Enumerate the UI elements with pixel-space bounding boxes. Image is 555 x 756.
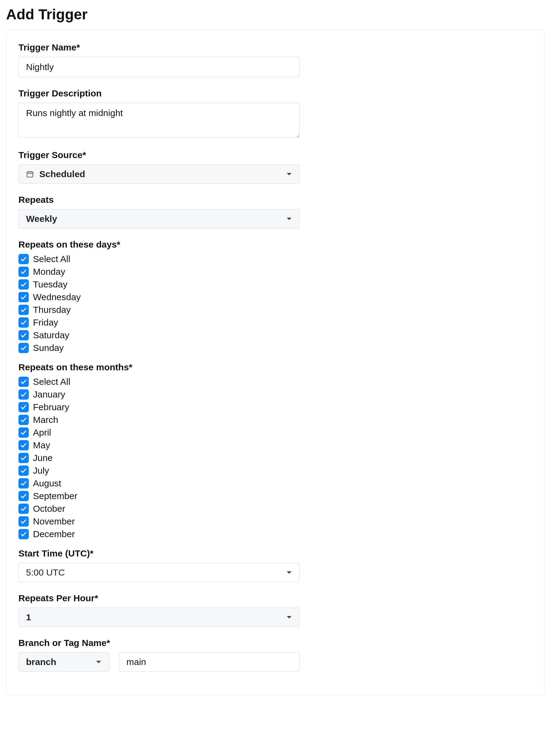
repeats-per-hour-value: 1 [26, 612, 31, 622]
month-label: September [33, 491, 77, 501]
day-row: Thursday [18, 305, 532, 315]
branch-type-select[interactable]: branch [18, 652, 109, 672]
svg-rect-0 [27, 172, 33, 177]
month-row: April [18, 427, 532, 438]
month-row: Select All [18, 377, 532, 387]
form-card: Trigger Name* Trigger Description Trigge… [6, 30, 544, 695]
trigger-source-select[interactable]: Scheduled [18, 164, 300, 184]
day-checkbox[interactable] [18, 305, 29, 315]
trigger-source-value: Scheduled [39, 169, 85, 179]
month-row: January [18, 389, 532, 399]
repeats-months-group: Repeats on these months* Select AllJanua… [18, 362, 532, 539]
month-checkbox[interactable] [18, 402, 29, 412]
repeats-per-hour-group: Repeats Per Hour* 1 [18, 593, 532, 627]
day-row: Wednesday [18, 292, 532, 302]
month-row: June [18, 453, 532, 463]
day-checkbox[interactable] [18, 292, 29, 302]
day-checkbox[interactable] [18, 279, 29, 290]
month-row: July [18, 466, 532, 476]
chevron-down-icon [286, 615, 292, 619]
month-label: May [33, 440, 50, 451]
trigger-name-input[interactable] [18, 57, 300, 78]
trigger-source-group: Trigger Source* Scheduled [18, 150, 532, 184]
day-label: Sunday [33, 343, 64, 353]
trigger-source-label: Trigger Source* [18, 150, 532, 160]
month-checkbox[interactable] [18, 453, 29, 463]
day-label: Wednesday [33, 292, 81, 302]
month-row: February [18, 402, 532, 412]
repeats-days-group: Repeats on these days* Select AllMondayT… [18, 239, 532, 353]
day-checkbox[interactable] [18, 343, 29, 353]
chevron-down-icon [286, 571, 292, 574]
month-checkbox[interactable] [18, 389, 29, 399]
repeats-days-label: Repeats on these days* [18, 239, 532, 250]
month-checkbox[interactable] [18, 427, 29, 438]
start-time-value: 5:00 UTC [26, 567, 65, 578]
trigger-description-input[interactable] [18, 103, 300, 138]
trigger-name-group: Trigger Name* [18, 42, 532, 78]
repeats-group: Repeats Weekly [18, 195, 532, 229]
branch-or-tag-group: Branch or Tag Name* branch [18, 638, 532, 672]
month-checkbox[interactable] [18, 415, 29, 425]
month-row: March [18, 415, 532, 425]
branch-or-tag-label: Branch or Tag Name* [18, 638, 532, 648]
month-row: October [18, 504, 532, 514]
month-label: October [33, 504, 65, 514]
month-label: January [33, 389, 65, 399]
month-checkbox[interactable] [18, 516, 29, 527]
trigger-description-label: Trigger Description [18, 88, 532, 99]
day-row: Monday [18, 267, 532, 277]
day-checkbox[interactable] [18, 317, 29, 328]
month-label: July [33, 466, 49, 476]
month-label: March [33, 415, 58, 425]
day-checkbox[interactable] [18, 330, 29, 340]
months-checklist: Select AllJanuaryFebruaryMarchAprilMayJu… [18, 377, 532, 539]
month-label: December [33, 529, 75, 539]
month-checkbox[interactable] [18, 529, 29, 539]
day-row: Sunday [18, 343, 532, 353]
day-label: Monday [33, 267, 65, 277]
month-label: February [33, 402, 69, 412]
month-row: September [18, 491, 532, 501]
repeats-value: Weekly [26, 214, 57, 224]
month-checkbox[interactable] [18, 491, 29, 501]
chevron-down-icon [286, 217, 292, 221]
month-checkbox[interactable] [18, 466, 29, 476]
month-row: August [18, 478, 532, 488]
repeats-months-label: Repeats on these months* [18, 362, 532, 372]
day-row: Saturday [18, 330, 532, 340]
day-row: Friday [18, 317, 532, 328]
trigger-description-group: Trigger Description [18, 88, 532, 139]
month-label: April [33, 427, 51, 438]
repeats-label: Repeats [18, 195, 532, 205]
days-checklist: Select AllMondayTuesdayWednesdayThursday… [18, 254, 532, 353]
month-checkbox[interactable] [18, 478, 29, 488]
month-checkbox[interactable] [18, 504, 29, 514]
day-checkbox[interactable] [18, 267, 29, 277]
month-label: Select All [33, 377, 70, 387]
month-checkbox[interactable] [18, 377, 29, 387]
day-label: Tuesday [33, 279, 68, 290]
day-label: Select All [33, 254, 70, 264]
branch-name-input[interactable] [119, 652, 300, 672]
start-time-select[interactable]: 5:00 UTC [18, 563, 300, 582]
month-checkbox[interactable] [18, 440, 29, 451]
month-label: August [33, 478, 61, 488]
repeats-per-hour-select[interactable]: 1 [18, 608, 300, 627]
month-row: May [18, 440, 532, 451]
start-time-group: Start Time (UTC)* 5:00 UTC [18, 548, 532, 582]
month-label: November [33, 516, 75, 527]
repeats-select[interactable]: Weekly [18, 209, 300, 229]
day-label: Friday [33, 317, 58, 328]
trigger-name-label: Trigger Name* [18, 42, 532, 53]
chevron-down-icon [286, 172, 292, 176]
day-checkbox[interactable] [18, 254, 29, 264]
day-label: Thursday [33, 305, 71, 315]
month-label: June [33, 453, 53, 463]
day-label: Saturday [33, 330, 69, 340]
page-title: Add Trigger [6, 6, 549, 23]
month-row: November [18, 516, 532, 527]
chevron-down-icon [95, 660, 101, 664]
start-time-label: Start Time (UTC)* [18, 548, 532, 559]
month-row: December [18, 529, 532, 539]
